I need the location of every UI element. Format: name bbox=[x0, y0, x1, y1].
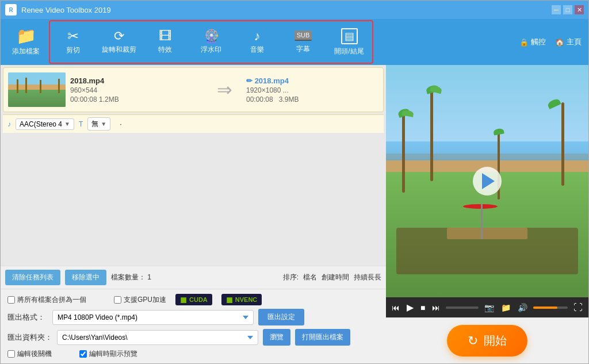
stop-button[interactable]: ■ bbox=[419, 302, 426, 313]
app-title: Renee Video Toolbox 2019 bbox=[21, 6, 111, 14]
file-source-info: 2018.mp4 960×544 00:00:08 1.2MB bbox=[70, 76, 202, 104]
source-duration-size: 00:00:08 1.2MB bbox=[70, 95, 202, 104]
titlebar: R Renee Video Toolbox 2019 ─ □ ✕ bbox=[1, 1, 588, 19]
folder-row: 匯出資料夾： C:\Users\Yan\Videos\ 瀏覽 打開匯出檔案 bbox=[7, 329, 379, 346]
music-icon: ♪ bbox=[254, 30, 261, 43]
nvenc-badge: ◼ NVENC bbox=[221, 294, 262, 305]
toolbar-watermark[interactable]: 🎡 浮水印 bbox=[188, 21, 234, 63]
gpu-checkbox-label[interactable]: 支援GPU加速 bbox=[114, 295, 166, 305]
video-preview bbox=[386, 65, 588, 297]
lock-label: 觸控 bbox=[531, 37, 546, 47]
output-resolution: 1920×1080 ... bbox=[246, 86, 378, 94]
play-triangle bbox=[482, 173, 495, 189]
remove-selected-button[interactable]: 移除選中 bbox=[65, 270, 106, 285]
camera-button[interactable]: 📷 bbox=[483, 302, 495, 313]
toolbar-add-file[interactable]: 📁 添加檔案 bbox=[3, 21, 49, 63]
subtitle-dropdown-arrow: ▼ bbox=[101, 121, 106, 127]
toolbar-function-group: ✂ 剪切 ⟳ 旋轉和裁剪 🎞 特效 🎡 浮水印 ♪ 音樂 SUB 字幕 bbox=[49, 20, 373, 64]
file-item: 2018.mp4 960×544 00:00:08 1.2MB ⇒ ✏ 2018… bbox=[3, 67, 384, 112]
browse-button[interactable]: 瀏覽 bbox=[263, 329, 290, 346]
merge-label: 將所有檔案合拼為一個 bbox=[17, 295, 86, 305]
toolbar: 📁 添加檔案 ✂ 剪切 ⟳ 旋轉和裁剪 🎞 特效 🎡 浮水印 ♪ bbox=[1, 19, 588, 65]
minimize-button[interactable]: ─ bbox=[552, 5, 561, 14]
folder-button[interactable]: 📁 bbox=[500, 302, 512, 313]
sort-duration[interactable]: 持續長長 bbox=[354, 273, 381, 282]
preview-text: 編輯時顯示預覽 bbox=[89, 349, 137, 359]
titlebar-left: R Renee Video Toolbox 2019 bbox=[5, 4, 111, 16]
play-button[interactable]: ▶ bbox=[406, 301, 415, 314]
folder-select[interactable]: C:\Users\Yan\Videos\ bbox=[57, 330, 258, 345]
clear-list-button[interactable]: 清除任務列表 bbox=[5, 270, 60, 285]
source-resolution: 960×544 bbox=[70, 86, 202, 94]
options-row-1: 將所有檔案合拼為一個 支援GPU加速 ◼ CUDA ◼ NVENC bbox=[7, 294, 379, 305]
gpu-label: 支援GPU加速 bbox=[124, 295, 166, 305]
nvenc-label: NVENC bbox=[235, 296, 258, 303]
open-folder-button[interactable]: 打開匯出檔案 bbox=[295, 329, 350, 346]
folder-dropdown-arrow bbox=[247, 336, 253, 339]
rotate-label: 旋轉和裁剪 bbox=[102, 45, 136, 55]
left-panel: 2018.mp4 960×544 00:00:08 1.2MB ⇒ ✏ 2018… bbox=[1, 65, 386, 363]
toolbar-effects[interactable]: 🎞 特效 bbox=[142, 21, 188, 63]
audio-subtitle-row: ♪ AAC(Stereo 4 ▼ T 無 ▼ · bbox=[3, 114, 384, 133]
sort-label: 排序: bbox=[283, 273, 299, 282]
audio-note-icon: ♪ bbox=[7, 120, 11, 128]
preview-label[interactable]: 編輯時顯示預覽 bbox=[79, 349, 137, 359]
source-size: 1.2MB bbox=[99, 95, 119, 104]
cut-icon: ✂ bbox=[67, 29, 79, 43]
start-button[interactable]: ↻ 開始 bbox=[447, 325, 527, 357]
next-button[interactable]: ⏭ bbox=[431, 302, 441, 313]
text-icon: T bbox=[79, 120, 83, 128]
rotate-icon: ⟳ bbox=[114, 30, 124, 43]
home-icon: 🏠 bbox=[555, 38, 564, 47]
sort-created-time[interactable]: 創建時間 bbox=[322, 273, 349, 282]
gpu-checkbox[interactable] bbox=[114, 296, 121, 304]
toolbar-rotate[interactable]: ⟳ 旋轉和裁剪 bbox=[96, 21, 142, 63]
cut-label: 剪切 bbox=[66, 45, 80, 55]
source-filename: 2018.mp4 bbox=[70, 76, 202, 85]
progress-bar[interactable] bbox=[446, 306, 479, 309]
toolbar-home[interactable]: 🏠 主頁 bbox=[555, 37, 582, 47]
merge-checkbox-label[interactable]: 將所有檔案合拼為一個 bbox=[7, 295, 86, 305]
add-file-label: 添加檔案 bbox=[12, 47, 40, 56]
audio-select[interactable]: AAC(Stereo 4 ▼ bbox=[16, 118, 74, 130]
format-label: 匯出格式： bbox=[7, 312, 48, 323]
format-row: 匯出格式： MP4 1080P Video (*.mp4) 匯出設定 bbox=[7, 309, 379, 325]
app-logo: R bbox=[5, 4, 17, 16]
close-button[interactable]: ✕ bbox=[575, 5, 584, 14]
bottom-controls: 清除任務列表 移除選中 檔案數量： 1 排序: 檔名 創建時間 持續長長 bbox=[1, 266, 386, 289]
shutdown-checkbox[interactable] bbox=[7, 350, 15, 358]
openclose-label: 開頭/結尾 bbox=[334, 47, 364, 56]
toolbar-subtitle[interactable]: SUB 字幕 bbox=[280, 21, 326, 63]
convert-arrow: ⇒ bbox=[207, 79, 242, 101]
sort-area: 排序: 檔名 創建時間 持續長長 bbox=[283, 273, 381, 282]
cuda-label: CUDA bbox=[189, 296, 208, 303]
format-dropdown-arrow bbox=[243, 316, 248, 319]
add-file-icon: 📁 bbox=[16, 28, 36, 44]
toolbar-lock[interactable]: 🔒 觸控 bbox=[519, 37, 546, 47]
toolbar-right: 🔒 觸控 🏠 主頁 bbox=[519, 37, 586, 47]
sort-filename[interactable]: 檔名 bbox=[303, 273, 317, 282]
volume-button[interactable]: 🔊 bbox=[517, 302, 529, 313]
maximize-button[interactable]: □ bbox=[563, 5, 572, 14]
toolbar-cut[interactable]: ✂ 剪切 bbox=[50, 21, 96, 63]
start-label: 開始 bbox=[484, 333, 507, 348]
preview-checkbox[interactable] bbox=[79, 350, 87, 358]
file-thumbnail bbox=[8, 72, 66, 107]
play-button-overlay[interactable] bbox=[473, 167, 502, 196]
toolbar-music[interactable]: ♪ 音樂 bbox=[234, 21, 280, 63]
export-settings-button[interactable]: 匯出設定 bbox=[258, 309, 304, 325]
options-area: 將所有檔案合拼為一個 支援GPU加速 ◼ CUDA ◼ NVENC bbox=[1, 289, 386, 363]
shutdown-label[interactable]: 編輯後關機 bbox=[7, 349, 52, 359]
watermark-label: 浮水印 bbox=[201, 45, 221, 55]
output-filename: ✏ 2018.mp4 bbox=[246, 76, 378, 85]
toolbar-openclose[interactable]: ▤ 開頭/結尾 bbox=[326, 21, 372, 63]
file-output-info: ✏ 2018.mp4 1920×1080 ... 00:00:08 3.9MB bbox=[246, 76, 378, 104]
prev-button[interactable]: ⏮ bbox=[391, 302, 401, 313]
fullscreen-button[interactable]: ⛶ bbox=[572, 301, 584, 314]
format-select[interactable]: MP4 1080P Video (*.mp4) bbox=[52, 310, 254, 325]
volume-bar[interactable] bbox=[533, 306, 568, 309]
effects-icon: 🎞 bbox=[159, 30, 171, 43]
merge-checkbox[interactable] bbox=[7, 296, 15, 304]
subtitle-select[interactable]: 無 ▼ bbox=[87, 117, 110, 131]
file-dash: · bbox=[120, 120, 121, 128]
